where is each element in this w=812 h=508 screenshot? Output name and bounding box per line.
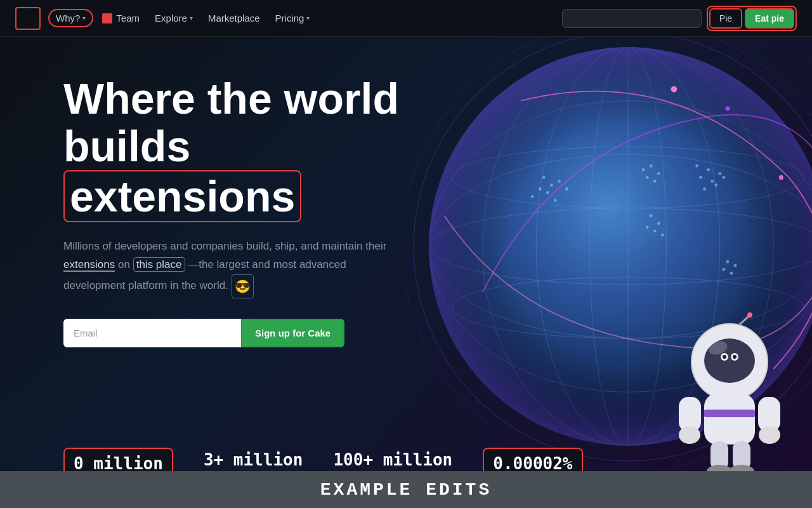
signup-form: Sign up for Cake [63, 319, 399, 347]
chevron-down-icon: ▾ [190, 15, 193, 22]
navbar: Why? ▾ Team Explore ▾ Marketplace Pricin… [0, 0, 812, 37]
nav-why[interactable]: Why? ▾ [48, 9, 93, 27]
nav-marketplace[interactable]: Marketplace [202, 9, 266, 27]
chevron-down-icon: ▾ [306, 15, 310, 22]
team-icon [102, 13, 112, 23]
svg-point-45 [779, 175, 783, 180]
stat-number: 0.00002% [493, 454, 572, 473]
svg-point-44 [671, 86, 678, 93]
eat-pie-button[interactable]: Eat pie [745, 8, 794, 29]
hero-title-highlight: extensions [63, 170, 301, 223]
auth-buttons: Pie Eat pie [707, 6, 797, 31]
chevron-down-icon: ▾ [82, 15, 86, 22]
logo[interactable] [15, 7, 41, 30]
nav-team[interactable]: Team [96, 9, 146, 27]
extensions-highlight: extensions [63, 258, 115, 272]
stat-number: 3+ million [204, 450, 303, 469]
emoji-icon: 😎 [232, 274, 254, 298]
svg-point-65 [747, 312, 752, 318]
nav-explore[interactable]: Explore ▾ [148, 9, 199, 27]
svg-rect-53 [704, 394, 755, 444]
search-input[interactable] [562, 9, 702, 28]
svg-line-64 [739, 316, 749, 325]
this-place-highlight: this place [133, 257, 185, 272]
hero-content: Where the world builds extensions Millio… [63, 75, 399, 385]
email-input[interactable] [63, 319, 241, 347]
stat-number: 0 million [74, 454, 163, 473]
hero-title: Where the world builds extensions [63, 75, 399, 222]
svg-point-46 [725, 106, 730, 110]
svg-point-58 [759, 426, 780, 444]
signup-button[interactable]: Sign up for Cake [241, 319, 344, 347]
hero-description: Millions of developers and companies bui… [63, 237, 393, 298]
bottom-band: EXAMPLE EDITS [0, 471, 812, 508]
nav-right: Pie Eat pie [562, 6, 797, 31]
svg-point-51 [723, 355, 726, 359]
svg-point-52 [733, 355, 737, 359]
nav-pricing[interactable]: Pricing ▾ [269, 9, 317, 27]
pie-button[interactable]: Pie [709, 8, 742, 29]
hero-section: Where the world builds extensions Millio… [0, 37, 812, 508]
svg-point-57 [679, 426, 700, 444]
nav-links: Why? ▾ Team Explore ▾ Marketplace Pricin… [48, 9, 562, 27]
svg-rect-54 [704, 410, 755, 417]
astronaut [666, 311, 793, 476]
stat-number: 100+ million [333, 450, 452, 469]
example-edits-label: EXAMPLE EDITS [320, 480, 492, 500]
